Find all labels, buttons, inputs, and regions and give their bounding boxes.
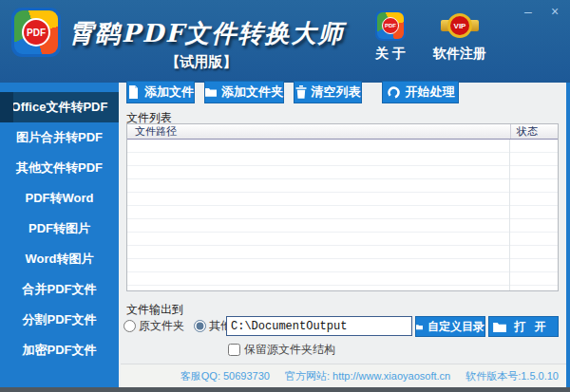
app-logo-icon: PDF — [11, 8, 61, 57]
trash-icon — [295, 85, 307, 99]
window-frame-right — [566, 83, 570, 387]
column-header-status: 状态 — [510, 124, 558, 139]
custom-directory-label: 自定义目录 — [428, 319, 484, 335]
file-list-body — [127, 140, 558, 290]
sidebar-item-encrypt-pdf[interactable]: 加密PDF文件 — [0, 335, 119, 365]
add-file-button[interactable]: 添加文件 — [126, 81, 195, 103]
vip-text: VIP — [447, 13, 472, 38]
file-icon — [127, 85, 140, 99]
about-button[interactable]: PDF 关 于 — [367, 10, 414, 63]
register-button[interactable]: VIP 软件注册 — [422, 10, 498, 63]
add-file-label: 添加文件 — [144, 84, 194, 101]
keep-structure-checkbox[interactable] — [228, 344, 240, 356]
version-text: 软件版本号:1.5.0.10 — [466, 369, 559, 383]
minimize-button[interactable]: – — [521, 4, 536, 19]
radio-other-folder-input[interactable] — [194, 320, 206, 332]
file-list-table[interactable]: 文件路径 状态 — [126, 123, 559, 291]
about-pdf-icon: PDF — [375, 10, 406, 41]
open-folder-button[interactable]: 打开 — [488, 316, 559, 337]
open-folder-label: 打开 — [515, 319, 555, 335]
column-header-file-path: 文件路径 — [127, 124, 510, 139]
register-label: 软件注册 — [433, 46, 486, 63]
custom-directory-button[interactable]: 自定义目录 — [415, 316, 485, 337]
window-controls: – × — [521, 4, 562, 19]
official-website-text: 官方网站: http://www.xiaoyaosoft.cn — [285, 369, 450, 383]
keep-structure-option: 保留源文件夹结构 — [228, 342, 335, 358]
folder-icon — [416, 322, 423, 332]
folder-icon — [205, 86, 217, 98]
start-processing-button[interactable]: 开始处理 — [382, 81, 459, 103]
sidebar-item-pdf-to-word[interactable]: PDF转Word — [0, 183, 119, 214]
sidebar-nav: Office文件转PDF 图片合并转PDF 其他文件转PDF PDF转Word … — [0, 83, 119, 387]
app-window: PDF 霄鹞PDF文件转换大师 【试用版】 PDF 关 于 VIP 软件注册 –… — [0, 0, 570, 392]
about-label: 关 于 — [375, 46, 406, 63]
trial-version-badge: 【试用版】 — [68, 53, 334, 71]
sidebar-item-office-to-pdf[interactable]: Office文件转PDF — [0, 92, 119, 122]
add-folder-button[interactable]: 添加文件夹 — [204, 81, 284, 103]
radio-original-folder-input[interactable] — [124, 320, 136, 332]
folder-icon — [493, 322, 506, 332]
status-bar: 客服QQ: 50693730 官方网站: http://www.xiaoyaos… — [121, 364, 566, 387]
start-processing-label: 开始处理 — [406, 84, 455, 101]
mini-logo-text: PDF — [382, 17, 399, 34]
title-block: 霄鹞PDF文件转换大师 【试用版】 — [68, 17, 334, 71]
clear-list-label: 清空列表 — [312, 84, 361, 101]
app-title: 霄鹞PDF文件转换大师 — [68, 17, 334, 50]
radio-original-folder[interactable]: 原文件夹 — [124, 318, 184, 334]
pdf-logo-text: PDF — [22, 18, 50, 47]
sidebar-item-pdf-to-image[interactable]: PDF转图片 — [0, 214, 119, 244]
window-frame-bottom — [0, 387, 570, 392]
close-button[interactable]: × — [547, 4, 562, 19]
file-list-header: 文件路径 状态 — [127, 124, 558, 140]
sidebar-item-word-to-image[interactable]: Word转图片 — [0, 244, 119, 274]
radio-original-folder-label: 原文件夹 — [139, 318, 184, 334]
title-bar: PDF 霄鹞PDF文件转换大师 【试用版】 PDF 关 于 VIP 软件注册 –… — [0, 0, 570, 83]
sidebar-item-image-merge-to-pdf[interactable]: 图片合并转PDF — [0, 122, 119, 153]
output-section-label: 文件输出到 — [126, 302, 183, 318]
vip-icon: VIP — [441, 10, 479, 41]
sidebar-item-other-to-pdf[interactable]: 其他文件转PDF — [0, 153, 119, 183]
support-qq-text: 客服QQ: 50693730 — [180, 369, 270, 383]
sidebar-item-merge-pdf[interactable]: 合并PDF文件 — [0, 274, 119, 305]
add-folder-label: 添加文件夹 — [221, 84, 283, 101]
sidebar-item-split-pdf[interactable]: 分割PDF文件 — [0, 305, 119, 335]
output-path-input[interactable] — [226, 316, 412, 336]
status-column-divider — [509, 140, 510, 290]
process-refresh-icon — [387, 85, 401, 100]
clear-list-button[interactable]: 清空列表 — [294, 81, 362, 103]
keep-structure-label[interactable]: 保留源文件夹结构 — [244, 342, 335, 358]
